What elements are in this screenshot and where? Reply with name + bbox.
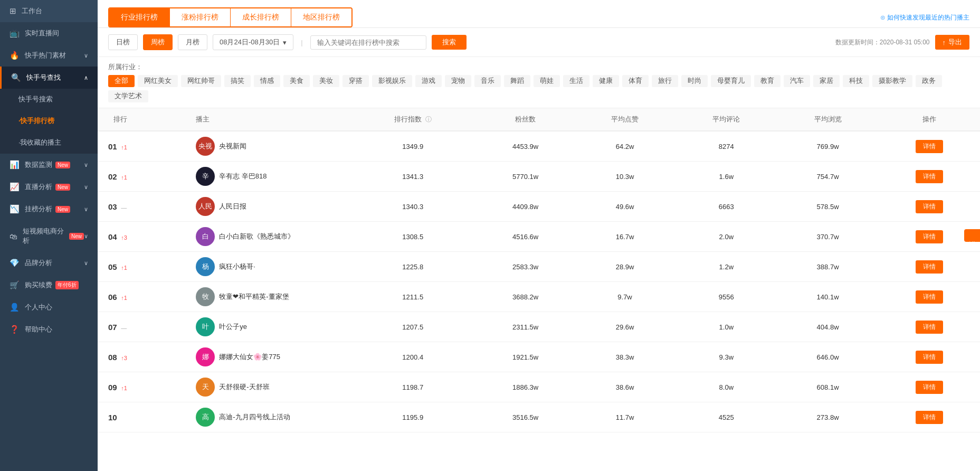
avatar: 辛 (196, 167, 215, 186)
detail-button[interactable]: 详情 (916, 290, 943, 304)
ranking-table-container: 排行 播主 排行指数 ⓘ 粉丝数 平均点赞 平均评论 平均浏览 操作 01 ↑1… (98, 108, 980, 471)
avg-views-cell: 273.8w (777, 402, 878, 432)
tab-fans-growth-ranking[interactable]: 涨粉排行榜 (170, 8, 231, 26)
live-analysis-icon: 📈 (9, 182, 20, 192)
detail-button[interactable]: 详情 (916, 200, 943, 213)
action-cell: 详情 (879, 162, 980, 192)
search-button[interactable]: 搜索 (432, 35, 467, 50)
industry-tag-internet-guy[interactable]: 网红帅哥 (181, 75, 221, 87)
chevron-down-icon: ∨ (84, 233, 88, 240)
export-label: 导出 (948, 37, 962, 47)
rank-change: — (121, 325, 127, 331)
personal-icon: 👤 (9, 303, 20, 312)
main-content: 行业排行榜 涨粉排行榜 成长排行榜 地区排行榜 ⊙ 如何快速发现最近的热门播主 … (98, 0, 980, 471)
industry-tag-technology[interactable]: 科技 (843, 75, 869, 87)
rank-number: 05 (108, 262, 117, 271)
avatar: 杨 (196, 257, 215, 276)
avg-likes-cell: 16.7w (574, 222, 675, 252)
table-row: 01 ↑1 央视 央视新闻 1349.9 4453.9w 64.2w 8274 … (98, 131, 980, 162)
sidebar-item-workbench[interactable]: ⊞ 工作台 (0, 0, 98, 22)
industry-tag-travel[interactable]: 旅行 (652, 75, 678, 87)
chevron-up-icon: ∧ (84, 74, 88, 81)
info-icon[interactable]: ⓘ (425, 116, 432, 123)
sidebar-item-hang-analysis[interactable]: 📉 挂榜分析 New ∨ (0, 198, 98, 220)
industry-tag-music[interactable]: 音乐 (474, 75, 501, 87)
sidebar-item-hot-material[interactable]: 🔥 快手热门素材 ∨ (0, 44, 98, 67)
industry-tag-internet-beauty[interactable]: 网红美女 (138, 75, 178, 87)
industry-tag-film-entertainment[interactable]: 影视娱乐 (372, 75, 412, 87)
avg-comments-cell: 1.6w (675, 162, 777, 192)
rank-cell: 04 ↑3 (98, 222, 191, 252)
col-avg-likes: 平均点赞 (574, 108, 675, 131)
sidebar-item-brand-analysis[interactable]: 💎 品牌分析 ∨ (0, 252, 98, 274)
divider: | (301, 39, 302, 46)
action-cell: 详情 (879, 372, 980, 402)
industry-tag-emotion[interactable]: 情感 (254, 75, 280, 87)
detail-button[interactable]: 详情 (916, 230, 943, 243)
industry-tag-food[interactable]: 美食 (283, 75, 310, 87)
sidebar-item-data-monitor[interactable]: 📊 数据监测 New ∨ (0, 154, 98, 176)
rank-number: 10 (108, 413, 117, 422)
industry-tag-life[interactable]: 生活 (563, 75, 589, 87)
industry-tag-arts[interactable]: 文学艺术 (108, 90, 148, 102)
sidebar-item-account-search[interactable]: 🔍 快手号查找 ∧ (0, 67, 98, 89)
industry-tag-baby[interactable]: 萌娃 (534, 75, 560, 87)
industry-tag-game[interactable]: 游戏 (415, 75, 442, 87)
industry-tag-pet[interactable]: 宠物 (445, 75, 471, 87)
detail-button[interactable]: 详情 (916, 260, 943, 274)
sidebar-item-live-monitor[interactable]: 📺 实时直播间 (0, 22, 98, 44)
sidebar-item-live-analysis[interactable]: 📈 直播分析 New ∨ (0, 176, 98, 198)
industry-tag-sport[interactable]: 体育 (622, 75, 649, 87)
col-rank-index: 排行指数 ⓘ (349, 108, 477, 131)
ranking-search-input[interactable] (310, 35, 426, 50)
sidebar-item-ranking[interactable]: ·快手排行榜 (0, 110, 98, 132)
sidebar-item-label: 帮助中心 (25, 325, 52, 334)
industry-tag-fashion2[interactable]: 时尚 (681, 75, 708, 87)
industry-tag-funny[interactable]: 搞笑 (224, 75, 251, 87)
industry-tag-education[interactable]: 教育 (754, 75, 781, 87)
tab-industry-ranking[interactable]: 行业排行榜 (109, 8, 170, 26)
sidebar-item-label: 快手号搜索 (18, 95, 53, 104)
industry-tag-all[interactable]: 全部 (108, 75, 135, 87)
rank-index-cell: 1200.4 (349, 342, 477, 372)
rank-number: 09 (108, 383, 117, 392)
rank-cell: 08 ↑3 (98, 342, 191, 372)
sidebar-item-personal[interactable]: 👤 个人中心 (0, 296, 98, 318)
sidebar-item-favorites[interactable]: ·我收藏的播主 (0, 132, 98, 154)
sidebar-item-account-search-sub[interactable]: 快手号搜索 (0, 89, 98, 110)
detail-button[interactable]: 详情 (916, 170, 943, 183)
industry-tag-makeup[interactable]: 美妆 (313, 75, 339, 87)
industry-tag-politics[interactable]: 政务 (916, 75, 942, 87)
sidebar-item-help[interactable]: ❓ 帮助中心 (0, 318, 98, 341)
detail-button[interactable]: 详情 (916, 351, 943, 364)
date-range-select[interactable]: 08月24日-08月30日 ▾ (213, 34, 293, 50)
industry-tag-health[interactable]: 健康 (593, 75, 619, 87)
industry-tag-home[interactable]: 家居 (813, 75, 840, 87)
hot-broadcaster-tip[interactable]: ⊙ 如何快速发现最近的热门播主 (880, 13, 969, 22)
period-monthly-btn[interactable]: 月榜 (178, 34, 207, 50)
industry-tag-fashion[interactable]: 穿搭 (342, 75, 369, 87)
industry-tag-car[interactable]: 汽车 (784, 75, 810, 87)
period-daily-btn[interactable]: 日榜 (108, 34, 138, 50)
avatar: 央视 (196, 137, 215, 156)
compare-float-button[interactable]: 对比 (964, 229, 980, 242)
detail-button[interactable]: 详情 (916, 381, 943, 394)
tab-region-ranking[interactable]: 地区排行榜 (291, 8, 351, 26)
table-row: 04 ↑3 白 白小白新歌《熟悉城市》 1308.5 4516.6w 16.7w… (98, 222, 980, 252)
industry-tag-mother-baby[interactable]: 母婴育儿 (711, 75, 751, 87)
detail-button[interactable]: 详情 (916, 411, 943, 424)
period-weekly-btn[interactable]: 周榜 (143, 34, 173, 50)
avg-views-cell: 608.1w (777, 372, 878, 402)
export-button[interactable]: ↑ 导出 (935, 35, 970, 50)
industry-tag-photo[interactable]: 摄影教学 (872, 75, 912, 87)
sidebar-item-purchase[interactable]: 🛒 购买续费 年付6折 (0, 274, 98, 296)
sidebar-item-short-video[interactable]: 🛍 短视频电商分析 New ∨ (0, 220, 98, 252)
industry-tag-dance[interactable]: 舞蹈 (504, 75, 530, 87)
sidebar-item-label: ·我收藏的播主 (18, 138, 61, 147)
tab-growth-ranking[interactable]: 成长排行榜 (231, 8, 291, 26)
avg-likes-cell: 10.3w (574, 162, 675, 192)
rank-index-cell: 1211.5 (349, 282, 477, 312)
avatar: 人民 (196, 197, 215, 216)
detail-button[interactable]: 详情 (916, 140, 943, 153)
detail-button[interactable]: 详情 (916, 321, 943, 334)
